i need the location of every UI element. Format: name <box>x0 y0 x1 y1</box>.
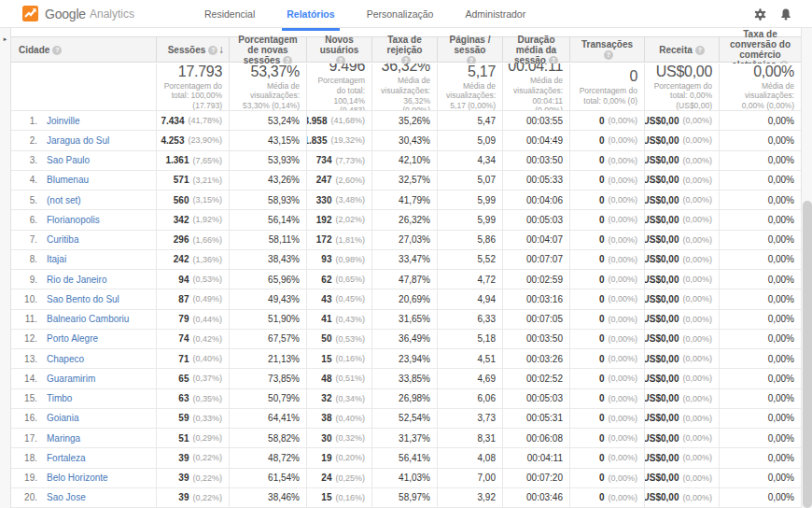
column-label: Sessões <box>168 45 206 55</box>
cell-pages_per_session: 7,00 <box>437 469 502 487</box>
cell-bounce_rate: 42,10% <box>371 151 437 170</box>
city-link[interactable]: Fortaleza <box>47 453 86 463</box>
cell-ecommerce_conversion_rate: 0,00% <box>719 429 801 447</box>
metric-value: 6,06 <box>478 393 496 403</box>
cell-avg_session_duration: 00:03:55 <box>502 111 569 130</box>
help-icon[interactable]: ? <box>604 50 613 60</box>
metric-value: 93 <box>321 254 331 264</box>
row-rank: 16. <box>19 413 37 423</box>
metric-value: 56,41% <box>399 453 430 463</box>
metric-value: 5,86 <box>478 234 496 245</box>
nav-item-administrador[interactable]: Administrador <box>449 0 541 27</box>
row-rank: 14. <box>19 374 37 384</box>
table-row: 20.Sao Jose39(0,22%)38,46%15(0,16%)58,97… <box>11 488 801 508</box>
metric-value: 5,07 <box>478 175 496 185</box>
metric-value: 6,33 <box>478 314 496 324</box>
column-header-bounce_rate[interactable]: Taxa de rejeição? <box>371 37 437 62</box>
cell-avg_session_duration: 00:03:16 <box>502 289 569 308</box>
vertical-scrollbar-track[interactable] <box>801 28 812 508</box>
cell-revenue: US$0,00(0,00%) <box>644 171 719 190</box>
column-header-pages_per_session[interactable]: Páginas / sessão? <box>437 37 502 62</box>
metric-value: 0 <box>599 393 605 403</box>
column-header-new_users[interactable]: Novos usuários? <box>306 37 371 62</box>
nav-item-relatórios[interactable]: Relatórios <box>271 0 350 27</box>
city-link[interactable]: Curitiba <box>47 234 78 245</box>
city-link[interactable]: Sao Paulo <box>47 155 90 165</box>
city-link[interactable]: Belo Horizonte <box>47 473 108 483</box>
help-icon[interactable]: ? <box>208 46 217 55</box>
metric-value: 0,00% <box>768 433 794 444</box>
city-link[interactable]: Blumenau <box>47 175 89 185</box>
metric-value: 0 <box>599 492 605 502</box>
summary-value: US$0,00 <box>656 64 712 80</box>
column-header-revenue[interactable]: Receita? <box>644 37 719 62</box>
metric-value: 0,00% <box>768 453 794 463</box>
row-rank: 17. <box>19 433 37 444</box>
summary-subtext: Média de visualizações: 00:04:11 (0,00%) <box>506 76 563 110</box>
summary-subtext: Média de visualizações: 36,32% (0,00%) <box>375 76 430 110</box>
cell-new_sessions_pct: 58,11% <box>229 231 306 249</box>
metric-percent: (0,00%) <box>608 116 637 125</box>
cell-ecommerce_conversion_rate: 0,00% <box>719 369 801 388</box>
metric-value: 0,00% <box>768 314 794 324</box>
expand-sidebar-arrow-icon[interactable]: ▸ <box>0 35 10 43</box>
city-link[interactable]: Guaramirim <box>47 374 95 384</box>
sort-desc-icon[interactable]: ↓ <box>218 45 224 55</box>
city-link[interactable]: Chapeco <box>47 354 84 364</box>
city-link[interactable]: Sao Bento do Sul <box>47 294 119 304</box>
city-link[interactable]: Joinville <box>47 116 80 126</box>
metric-value: 63 <box>178 393 189 403</box>
cell-avg_session_duration: 00:03:46 <box>502 488 569 507</box>
metric-value: US$0,00 <box>644 374 679 384</box>
column-header-transactions[interactable]: Transações? <box>569 37 644 62</box>
table-row: 13.Chapeco71(0,40%)21,13%15(0,16%)23,94%… <box>11 349 801 369</box>
cell-city: 6.Florianopolis <box>11 210 156 229</box>
column-header-new_sessions_pct[interactable]: Porcentagem de novas sessões? <box>229 37 306 62</box>
metric-value: 0 <box>599 175 605 185</box>
city-link[interactable]: Rio de Janeiro <box>47 275 106 285</box>
vertical-scrollbar-thumb[interactable] <box>803 201 812 508</box>
settings-gear-button[interactable] <box>747 0 773 28</box>
help-icon[interactable]: ? <box>52 46 62 55</box>
city-link[interactable]: Sao Jose <box>47 492 86 502</box>
city-link[interactable]: Itajai <box>47 254 66 264</box>
analytics-logo[interactable]: Google Analytics <box>22 6 134 21</box>
notifications-bell-button[interactable] <box>773 0 799 28</box>
city-link[interactable]: Jaragua do Sul <box>47 135 109 146</box>
metric-value: 247 <box>316 175 332 185</box>
column-header-line: Cidade? <box>19 45 62 55</box>
column-header-city[interactable]: Cidade? <box>11 37 156 62</box>
cell-pages_per_session: 3,92 <box>437 488 502 507</box>
metric-value: 38,46% <box>268 492 300 502</box>
metric-value: 32,57% <box>399 175 430 185</box>
city-link[interactable]: Timbo <box>47 393 72 403</box>
sidebar-collapsed-strip[interactable]: ▸ <box>0 28 11 508</box>
metric-value: 4,69 <box>478 374 496 384</box>
table-row: 19.Belo Horizonte39(0,22%)61,54%24(0,25%… <box>11 469 801 488</box>
help-icon[interactable]: ? <box>695 46 705 55</box>
cell-ecommerce_conversion_rate: 0,00% <box>719 190 801 209</box>
column-header-sessions[interactable]: Sessões?↓ <box>156 37 229 62</box>
metric-value: 0,00% <box>768 116 794 126</box>
cell-bounce_rate: 41,79% <box>371 190 437 209</box>
metric-percent: (41,78%) <box>188 116 222 125</box>
summary-value: 00:04:11 <box>508 64 563 75</box>
metric-percent: (0,40%) <box>192 354 222 363</box>
metric-value: 5,18 <box>478 333 496 344</box>
metric-percent: (0,16%) <box>335 493 365 502</box>
cell-avg_session_duration: 00:04:11 <box>502 448 569 467</box>
nav-item-personalização[interactable]: Personalização <box>351 0 450 27</box>
column-header-ecommerce_conversion_rate[interactable]: Taxa de conversão do comércio eletrônico… <box>719 37 801 62</box>
city-link[interactable]: Maringa <box>47 433 80 444</box>
city-link[interactable]: Balneario Camboriu <box>47 314 129 324</box>
city-link[interactable]: Goiania <box>47 413 78 423</box>
metric-value: 43 <box>321 294 331 304</box>
city-link[interactable]: (not set) <box>47 195 81 205</box>
column-header-avg_session_duration[interactable]: Duração média da sessão? <box>502 37 569 62</box>
metric-percent: (0,35%) <box>192 394 222 403</box>
cell-ecommerce_conversion_rate: 0,00% <box>719 289 801 308</box>
metric-value: 0,00% <box>768 333 794 344</box>
city-link[interactable]: Porto Alegre <box>47 333 98 344</box>
city-link[interactable]: Florianopolis <box>47 215 100 225</box>
nav-item-residencial[interactable]: Residencial <box>189 0 271 27</box>
